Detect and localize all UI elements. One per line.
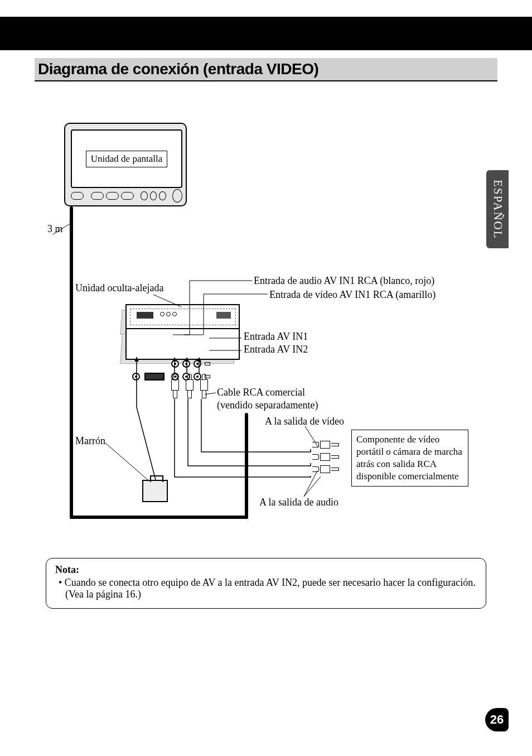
external-component-info: Componente de vídeo portátil o cámara de… — [351, 430, 468, 487]
hideaway-unit-label: Unidad oculta-alejada — [75, 282, 163, 294]
rca-cable-label-line1: Cable RCA comercial — [217, 387, 305, 398]
svg-line-12 — [304, 471, 317, 497]
audio-in1-rca-label: Entrada de audio AV IN1 RCA (blanco, roj… — [254, 275, 434, 287]
top-black-bar — [0, 17, 532, 50]
brown-connector — [142, 480, 168, 502]
connection-diagram: Unidad de pantalla 3 m — [47, 117, 488, 541]
section-title: Diagrama de conexión (entrada VIDEO) — [38, 60, 494, 78]
svg-line-14 — [105, 443, 148, 480]
external-device-plugs — [312, 441, 339, 473]
cable-length-label: 3 m — [47, 223, 63, 235]
display-screen: Unidad de pantalla — [71, 129, 182, 188]
main-cable-vertical-right — [245, 413, 248, 519]
to-audio-out-label: A la salida de audio — [259, 497, 338, 508]
video-in1-rca-label: Entrada de vídeo AV IN1 RCA (amarillo) — [269, 289, 436, 301]
av-in2-label: Entrada AV IN2 — [244, 344, 308, 355]
language-label: ESPAÑOL — [491, 180, 505, 239]
display-buttons — [71, 190, 182, 202]
section-title-wrap: Diagrama de conexión (entrada VIDEO) — [35, 58, 497, 81]
main-cable-vertical — [70, 206, 73, 519]
main-cable-horizontal-bottom — [70, 516, 248, 519]
note-body: • Cuando se conecta otro equipo de AV a … — [55, 577, 477, 600]
note-box: Nota: • Cuando se conecta otro equipo de… — [46, 558, 486, 609]
rca-plugs — [171, 374, 208, 398]
hideaway-unit — [125, 304, 240, 360]
svg-line-13 — [304, 476, 321, 497]
display-unit-label: Unidad de pantalla — [86, 151, 167, 167]
rca-cable-label: Cable RCA comercial (vendido separadamen… — [217, 386, 318, 411]
note-title: Nota: — [55, 564, 477, 576]
to-video-out-label: A la salida de vídeo — [265, 416, 344, 427]
display-unit: Unidad de pantalla — [64, 123, 187, 206]
language-side-tab: ESPAÑOL — [486, 170, 509, 248]
page-number: 26 — [485, 708, 509, 731]
av-in1-label: Entrada AV IN1 — [244, 331, 308, 343]
rca-cable-label-line2: (vendido separadamente) — [217, 399, 318, 411]
brown-cable-label: Marrón — [75, 435, 105, 447]
